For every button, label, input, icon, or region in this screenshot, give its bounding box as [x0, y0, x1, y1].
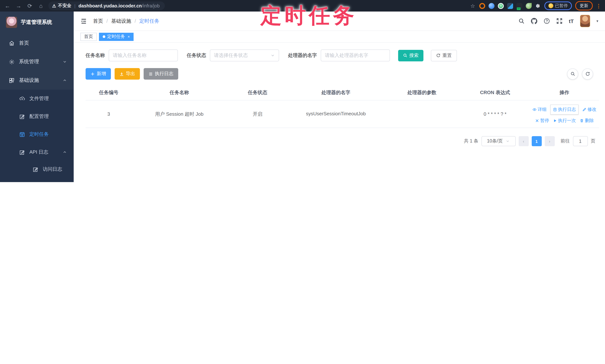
action-line-2: 暂停 执行一次 删除: [535, 117, 594, 124]
task-name-input[interactable]: 请输入任务名称: [109, 50, 178, 61]
breadcrumb-separator: /: [135, 18, 136, 24]
avatar-caret-icon[interactable]: ▾: [596, 19, 598, 23]
column-header: 任务编号: [86, 87, 132, 98]
text-size-icon[interactable]: tT: [569, 18, 574, 24]
page-1-button[interactable]: 1: [531, 136, 541, 146]
column-header: 任务名称: [132, 87, 227, 98]
column-header: 处理器的参数: [383, 87, 460, 98]
run-once-action[interactable]: 执行一次: [553, 117, 576, 124]
browser-menu-icon[interactable]: ⋮: [596, 3, 601, 9]
row-execution-log-label: 执行日志: [558, 106, 576, 113]
api-log-icon: [19, 149, 25, 155]
breadcrumb-home[interactable]: 首页: [93, 18, 103, 24]
column-header: 处理器的名字: [288, 87, 383, 98]
security-label: 不安全: [58, 3, 71, 9]
close-icon[interactable]: ×: [128, 35, 130, 39]
extension-orange-icon[interactable]: [479, 3, 485, 9]
toggle-search-button[interactable]: [567, 68, 578, 79]
task-status-placeholder: 请选择任务状态: [214, 52, 248, 59]
main-area: 首页 / 基础设施 / 定时任务 tT ▾ 首页: [74, 12, 605, 182]
jobs-table: 任务编号 任务名称 任务状态 处理器的名字 处理器的参数 CRON 表达式 操作…: [86, 85, 599, 128]
extension-flower-icon[interactable]: ✽: [535, 3, 541, 9]
address-separator: |: [74, 3, 76, 8]
sidebar-item-home[interactable]: 首页: [0, 34, 74, 52]
sidebar-item-error-log[interactable]: 错误日志: [0, 177, 74, 182]
access-log-icon: [33, 167, 38, 172]
page-size-select[interactable]: 10条/页: [481, 136, 515, 146]
fullscreen-icon[interactable]: [556, 18, 563, 24]
prev-page-button[interactable]: ‹: [518, 136, 528, 146]
breadcrumb-current[interactable]: 定时任务: [139, 18, 159, 24]
reset-button[interactable]: 重置: [431, 50, 457, 61]
sidebar-item-config-management[interactable]: 配置管理: [0, 107, 74, 125]
search-icon: [570, 71, 575, 76]
sidebar-item-access-log[interactable]: 访问日志: [0, 161, 74, 177]
sidebar-item-scheduled-jobs[interactable]: 定时任务: [0, 125, 74, 143]
tab-home[interactable]: 首页: [80, 33, 97, 41]
chevron-up-icon: [63, 150, 67, 154]
pause-action[interactable]: 暂停: [535, 117, 549, 124]
github-icon[interactable]: [531, 18, 537, 24]
export-button-label: 导出: [126, 71, 135, 77]
list-icon: [148, 72, 153, 76]
address-bar[interactable]: ⚠ 不安全 | dashboard.yudao.iocoder.cn/infra…: [48, 1, 165, 10]
warning-icon: ⚠: [52, 3, 56, 8]
hamburger-icon[interactable]: [80, 18, 87, 24]
extension-green-icon[interactable]: [498, 3, 504, 9]
url-text[interactable]: dashboard.yudao.iocoder.cn/infra/job: [79, 3, 160, 8]
search-button[interactable]: 搜索: [398, 50, 423, 61]
paused-badge[interactable]: 已暂停: [544, 1, 572, 10]
browser-back-icon[interactable]: ←: [4, 0, 11, 12]
breadcrumb-infrastructure[interactable]: 基础设施: [111, 18, 131, 24]
browser-forward-icon[interactable]: →: [15, 0, 22, 12]
app-logo[interactable]: 芋道管理系统: [0, 12, 74, 34]
sidebar-item-label: API 日志: [29, 149, 48, 156]
detail-action[interactable]: 详细: [532, 106, 547, 113]
sidebar-submenu-infrastructure: 文件管理 配置管理 定时任务 API 日志 访问日志: [0, 90, 74, 182]
search-icon[interactable]: [518, 18, 525, 24]
paused-label: 已暂停: [555, 3, 568, 9]
security-warning[interactable]: ⚠ 不安全: [52, 3, 71, 9]
cloud-upload-icon: [19, 96, 25, 101]
sidebar-item-file-management[interactable]: 文件管理: [0, 90, 74, 107]
sidebar-item-label: 首页: [19, 40, 29, 47]
row-execution-log-action[interactable]: 执行日志: [550, 104, 579, 114]
extension-dark-icon[interactable]: [516, 3, 522, 9]
goto-page-input[interactable]: [573, 136, 588, 146]
plus-icon: [91, 72, 95, 76]
browser-reload-icon[interactable]: ⟳: [26, 0, 33, 12]
execution-log-button[interactable]: 执行日志: [144, 68, 178, 80]
app-logo-avatar: [6, 17, 17, 28]
browser-home-icon[interactable]: ⌂: [37, 0, 45, 12]
bookmark-star-icon[interactable]: ☆: [470, 3, 476, 9]
sidebar-item-label: 定时任务: [29, 131, 49, 138]
pause-action-label: 暂停: [540, 117, 549, 124]
sidebar-item-system-management[interactable]: 系统管理: [0, 52, 74, 71]
extension-blue-icon[interactable]: [488, 3, 494, 9]
extension-leaf-icon[interactable]: [526, 3, 531, 9]
table-toolbar: 新增 导出 执行日志: [86, 68, 601, 80]
sidebar-item-api-log[interactable]: API 日志: [0, 143, 74, 161]
user-avatar[interactable]: [580, 15, 590, 27]
task-status-select[interactable]: 请选择任务状态: [210, 50, 279, 61]
page-size-value: 10条/页: [487, 138, 503, 144]
edit-action[interactable]: 修改: [582, 106, 596, 113]
handler-name-input[interactable]: 请输入处理器的名字: [321, 50, 390, 61]
help-icon[interactable]: [544, 18, 550, 24]
breadcrumb: 首页 / 基础设施 / 定时任务: [93, 18, 159, 24]
extension-grid-icon[interactable]: [507, 3, 513, 9]
url-path: /infra/job: [142, 3, 160, 8]
search-icon: [403, 53, 408, 58]
export-button[interactable]: 导出: [115, 68, 140, 80]
page-unit-label: 页: [591, 138, 595, 144]
refresh-table-button[interactable]: [582, 68, 593, 79]
update-button[interactable]: 更新: [575, 1, 593, 10]
eye-icon: [532, 107, 537, 111]
next-page-button[interactable]: ›: [545, 136, 554, 146]
sidebar-item-infrastructure[interactable]: 基础设施: [0, 71, 74, 90]
tab-scheduled-jobs[interactable]: 定时任务 ×: [99, 33, 133, 41]
delete-action[interactable]: 删除: [580, 117, 594, 124]
sidebar-item-label: 基础设施: [19, 77, 39, 84]
add-button[interactable]: 新增: [86, 68, 111, 80]
gear-icon: [9, 59, 14, 65]
